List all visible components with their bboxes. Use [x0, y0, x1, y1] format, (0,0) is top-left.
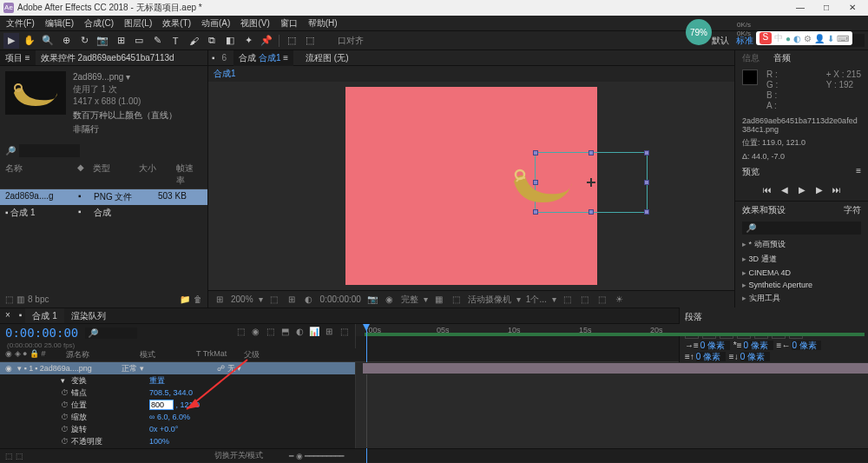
minimize-button[interactable]: —	[788, 1, 812, 15]
new-comp-icon[interactable]: ▥	[16, 294, 24, 304]
ime-badge[interactable]: S 中 ●◐⚙👤⬇⌨	[756, 31, 852, 45]
position-property[interactable]: ⏱ 位置 , 121.0	[0, 399, 355, 411]
menu-help[interactable]: 帮助(H)	[306, 17, 340, 30]
stopwatch-icon[interactable]: ⏱	[61, 425, 71, 433]
menu-file[interactable]: 文件(F)	[3, 17, 37, 30]
prev-frame-button[interactable]: ◀	[778, 185, 792, 197]
opacity-property[interactable]: ⏱ 不透明度 100%	[0, 435, 355, 447]
handle-br[interactable]	[644, 209, 649, 215]
stopwatch-icon[interactable]: ⏱	[61, 413, 71, 421]
work-area-bar[interactable]	[365, 333, 865, 336]
toggle-switches-button[interactable]: ⬚ ⬚	[5, 452, 23, 460]
clone-tool[interactable]: ⧉	[204, 33, 220, 49]
magnify-icon[interactable]: ⊞	[214, 294, 226, 306]
project-row-comp[interactable]: ▪ 合成 1▪ 合成	[0, 205, 207, 221]
stopwatch-icon[interactable]: ⏱	[61, 388, 71, 397]
transform-group[interactable]: ▾变换 重置	[0, 374, 355, 387]
col-label-header[interactable]: ◆	[77, 162, 89, 187]
space-before[interactable]	[696, 352, 726, 361]
stopwatch-icon[interactable]: ⏱	[61, 437, 71, 446]
character-panel-title[interactable]: 字符	[844, 204, 861, 216]
maximize-button[interactable]: □	[814, 1, 838, 15]
menu-window[interactable]: 窗口	[278, 17, 300, 30]
roto-tool[interactable]: ✦	[240, 33, 256, 49]
camera-tool[interactable]: 📷	[95, 33, 110, 49]
view-layout-dropdown[interactable]: 1个...	[526, 294, 547, 306]
roi-icon[interactable]: ▦	[433, 294, 445, 306]
pan-behind-tool[interactable]: ⊞	[113, 33, 128, 49]
snapshot-icon[interactable]: 📷	[366, 294, 378, 306]
draft-3d-icon[interactable]: ◉	[249, 327, 261, 339]
menu-effect[interactable]: 效果(T)	[160, 17, 194, 30]
handle-tr[interactable]	[644, 150, 649, 155]
menu-edit[interactable]: 编辑(E)	[43, 17, 76, 30]
scale-property[interactable]: ⏱ 缩放 ∞ 6.0, 6.0%	[0, 411, 355, 423]
handle-r[interactable]	[644, 180, 649, 185]
time-display[interactable]: 0:00:00:00	[320, 294, 361, 304]
comp-tab[interactable]: 合成 合成1 ≡	[233, 50, 293, 66]
current-timecode[interactable]: 0:00:00:00	[5, 326, 78, 340]
menu-animation[interactable]: 动画(A)	[199, 17, 233, 30]
next-frame-button[interactable]: ▶	[812, 185, 826, 197]
col-name-header[interactable]: 名称	[5, 162, 74, 187]
first-frame-button[interactable]: ⏮	[760, 185, 774, 197]
interpret-footage-icon[interactable]: ⬚	[5, 294, 13, 304]
effect-category[interactable]: CINEMA 4D	[735, 267, 868, 279]
handle-bl[interactable]	[533, 209, 538, 215]
timeline-tab-comp[interactable]: 合成 1	[25, 308, 63, 323]
last-frame-button[interactable]: ⏭	[830, 185, 844, 197]
col-type-header[interactable]: 类型	[93, 162, 135, 187]
layer-bar[interactable]	[363, 363, 868, 374]
play-button[interactable]: ▶	[795, 185, 809, 197]
effects-search[interactable]	[742, 222, 861, 235]
position-x-input[interactable]	[149, 400, 174, 410]
anchor-point[interactable]	[587, 178, 595, 187]
mask-icon[interactable]: ◐	[303, 294, 315, 306]
selection-tool[interactable]: ▶	[3, 33, 19, 49]
comp-mini-flowchart-icon[interactable]: ⬚	[234, 327, 247, 339]
transparency-icon[interactable]: ⬚	[450, 294, 463, 306]
rotation-property[interactable]: ⏱ 旋转 0x +0.0°	[0, 423, 355, 435]
close-button[interactable]: ✕	[840, 1, 865, 15]
timeline-tracks[interactable]	[356, 362, 868, 448]
hand-tool[interactable]: ✋	[22, 33, 37, 49]
space-after[interactable]	[740, 352, 770, 361]
comp-breadcrumb[interactable]: 合成1	[208, 66, 734, 82]
col-parent[interactable]: 父级	[244, 349, 331, 360]
rect-tool[interactable]: ▭	[131, 33, 147, 49]
effect-category[interactable]: Synthetic Aperture	[735, 279, 868, 291]
col-trkmat[interactable]: T TrkMat	[196, 349, 244, 360]
local-axis-icon[interactable]: ⬚	[284, 33, 299, 49]
resolution-dropdown[interactable]: 完整	[401, 294, 418, 306]
viewer-lock-icon[interactable]: ▪	[212, 53, 215, 63]
camera-dropdown[interactable]: 活动摄像机	[468, 294, 511, 306]
project-search[interactable]	[19, 144, 80, 157]
res-icon[interactable]: ⬚	[268, 294, 280, 306]
timeline-close-icon[interactable]: ×	[0, 308, 16, 323]
handle-t[interactable]	[589, 150, 594, 155]
snap-toggle[interactable]: 口对齐	[338, 35, 364, 47]
flowchart-icon[interactable]: ⬚	[596, 294, 608, 306]
fast-preview-icon[interactable]: ⬚	[562, 294, 574, 306]
handle-tl[interactable]	[533, 150, 538, 155]
tab-effect-controls[interactable]: 效果控件 2ad869aeb6451ba7113d	[36, 50, 180, 65]
graph-editor-icon[interactable]: 📊	[308, 327, 320, 339]
bpc-button[interactable]: 8 bpc	[28, 294, 49, 304]
puppet-tool[interactable]: 📌	[259, 33, 274, 49]
grid-icon[interactable]: ⊞	[286, 294, 298, 306]
hide-shy-icon[interactable]: ⬚	[264, 327, 276, 339]
motion-blur-icon[interactable]: ◐	[293, 327, 306, 339]
effect-category[interactable]: * 动画预设	[735, 237, 868, 252]
col-mode[interactable]: 模式	[140, 349, 196, 360]
trash-icon[interactable]: 🗑	[194, 294, 202, 304]
zoom-tool[interactable]: 🔍	[40, 33, 56, 49]
orbit-tool[interactable]: ⊕	[58, 33, 74, 49]
anchor-point-property[interactable]: ⏱ 锚点 708.5, 344.0	[0, 387, 355, 399]
tab-info[interactable]: 信息	[742, 52, 760, 64]
effect-category[interactable]: 3D 通道	[735, 252, 868, 267]
exposure-icon[interactable]: ☀	[614, 294, 626, 306]
tab-project[interactable]: 项目 ≡	[0, 50, 36, 65]
type-tool[interactable]: T	[168, 33, 183, 49]
selection-box[interactable]	[535, 152, 648, 213]
new-folder-icon[interactable]: 📁	[180, 294, 190, 304]
